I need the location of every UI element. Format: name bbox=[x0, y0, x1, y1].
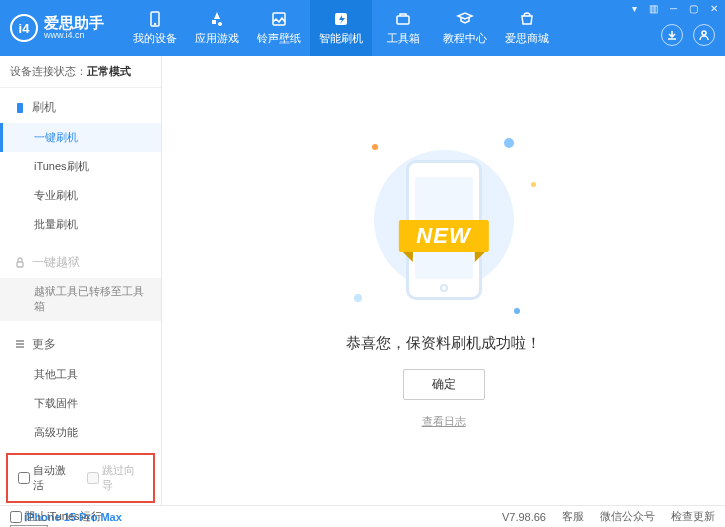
nav-apps-games[interactable]: 应用游戏 bbox=[186, 0, 248, 56]
success-message: 恭喜您，保资料刷机成功啦！ bbox=[346, 334, 541, 353]
footer-link-support[interactable]: 客服 bbox=[562, 509, 584, 524]
sidebar-item-batch-flash[interactable]: 批量刷机 bbox=[0, 210, 161, 239]
window-controls: ▾ ▥ ─ ▢ ✕ bbox=[629, 2, 721, 15]
user-button[interactable] bbox=[693, 24, 715, 46]
tutorial-icon bbox=[456, 10, 474, 28]
top-nav: 我的设备 应用游戏 铃声壁纸 智能刷机 工具箱 教程中心 爱思商城 bbox=[124, 0, 558, 56]
nav-store[interactable]: 爱思商城 bbox=[496, 0, 558, 56]
footer-link-update[interactable]: 检查更新 bbox=[671, 509, 715, 524]
app-header: i4 爱思助手 www.i4.cn 我的设备 应用游戏 铃声壁纸 智能刷机 工具… bbox=[0, 0, 725, 56]
sidebar-head-flash[interactable]: 刷机 bbox=[0, 92, 161, 123]
header-actions bbox=[661, 24, 715, 46]
logo-icon: i4 bbox=[10, 14, 38, 42]
logo: i4 爱思助手 www.i4.cn bbox=[10, 14, 104, 42]
sidebar-item-download-firmware[interactable]: 下载固件 bbox=[0, 389, 161, 418]
wallpaper-icon bbox=[270, 10, 288, 28]
sidebar-item-pro-flash[interactable]: 专业刷机 bbox=[0, 181, 161, 210]
minimize-icon[interactable]: ─ bbox=[667, 2, 680, 15]
connection-status: 设备连接状态：正常模式 bbox=[0, 56, 161, 88]
device-icon bbox=[146, 10, 164, 28]
app-url: www.i4.cn bbox=[44, 31, 104, 41]
sidebar-item-oneclick-flash[interactable]: 一键刷机 bbox=[0, 123, 161, 152]
more-icon bbox=[14, 338, 26, 350]
sidebar: 设备连接状态：正常模式 刷机 一键刷机 iTunes刷机 专业刷机 批量刷机 一… bbox=[0, 56, 162, 505]
store-icon bbox=[518, 10, 536, 28]
svg-point-5 bbox=[702, 31, 706, 35]
svg-rect-4 bbox=[397, 16, 409, 24]
new-ribbon: NEW bbox=[398, 220, 488, 252]
confirm-button[interactable]: 确定 bbox=[403, 369, 485, 400]
maximize-icon[interactable]: ▢ bbox=[686, 2, 701, 15]
nav-ringtone-wallpaper[interactable]: 铃声壁纸 bbox=[248, 0, 310, 56]
footer-link-wechat[interactable]: 微信公众号 bbox=[600, 509, 655, 524]
nav-smart-flash[interactable]: 智能刷机 bbox=[310, 0, 372, 56]
checkbox-block-itunes[interactable]: 阻止iTunes运行 bbox=[10, 509, 102, 524]
nav-tutorial[interactable]: 教程中心 bbox=[434, 0, 496, 56]
app-title: 爱思助手 bbox=[44, 15, 104, 32]
download-button[interactable] bbox=[661, 24, 683, 46]
sidebar-head-more[interactable]: 更多 bbox=[0, 329, 161, 360]
svg-rect-6 bbox=[17, 103, 23, 113]
sidebar-jailbreak-note: 越狱工具已转移至工具箱 bbox=[0, 278, 161, 321]
skin-icon[interactable]: ▥ bbox=[646, 2, 661, 15]
flash-small-icon bbox=[14, 102, 26, 114]
sidebar-item-itunes-flash[interactable]: iTunes刷机 bbox=[0, 152, 161, 181]
main-content: NEW 恭喜您，保资料刷机成功啦！ 确定 查看日志 bbox=[162, 56, 725, 505]
checkbox-auto-activate[interactable]: 自动激活 bbox=[18, 463, 75, 493]
nav-toolbox[interactable]: 工具箱 bbox=[372, 0, 434, 56]
svg-rect-7 bbox=[17, 262, 23, 267]
svg-point-1 bbox=[155, 24, 156, 25]
sidebar-item-advanced[interactable]: 高级功能 bbox=[0, 418, 161, 447]
toolbox-icon bbox=[394, 10, 412, 28]
sidebar-head-jailbreak[interactable]: 一键越狱 bbox=[0, 247, 161, 278]
checkbox-skip-setup[interactable]: 跳过向导 bbox=[87, 463, 144, 493]
version-label: V7.98.66 bbox=[502, 511, 546, 523]
sidebar-options: 自动激活 跳过向导 bbox=[6, 453, 155, 503]
sidebar-item-other-tools[interactable]: 其他工具 bbox=[0, 360, 161, 389]
nav-my-device[interactable]: 我的设备 bbox=[124, 0, 186, 56]
lock-icon bbox=[14, 257, 26, 269]
apps-icon bbox=[208, 10, 226, 28]
menu-icon[interactable]: ▾ bbox=[629, 2, 640, 15]
success-illustration: NEW bbox=[344, 132, 544, 322]
close-icon[interactable]: ✕ bbox=[707, 2, 721, 15]
view-log-link[interactable]: 查看日志 bbox=[422, 414, 466, 429]
flash-icon bbox=[332, 10, 350, 28]
